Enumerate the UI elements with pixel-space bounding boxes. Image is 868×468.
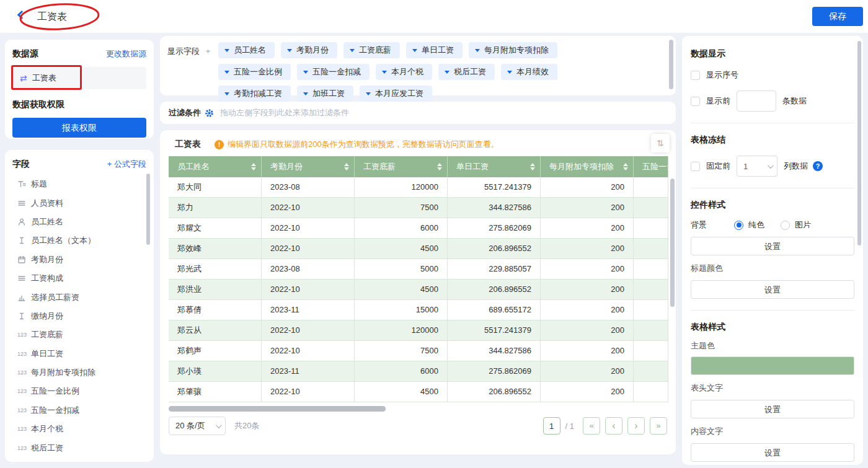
last-page-button[interactable]	[650, 417, 667, 435]
field-item[interactable]: 123本月个税	[12, 420, 146, 438]
display-field-chip[interactable]: 税后工资	[438, 64, 495, 80]
image-radio[interactable]	[781, 221, 790, 230]
solid-color-label: 纯色	[748, 219, 764, 231]
column-header[interactable]: 五险一金	[634, 156, 668, 177]
display-field-chip[interactable]: 加班工资	[297, 86, 353, 102]
freeze-checkbox[interactable]	[691, 162, 700, 171]
table-cell	[634, 280, 668, 300]
field-item[interactable]: 123五险一金扣减	[12, 401, 146, 420]
prev-page-button[interactable]	[605, 417, 622, 435]
display-field-chip[interactable]: 五险一金比例	[218, 64, 291, 80]
settings-scrollbar[interactable]	[857, 41, 861, 245]
field-label: 单日工资	[31, 348, 63, 360]
filter-bar[interactable]: 过滤条件 拖动左侧字段到此处来添加过滤条件	[160, 102, 676, 124]
display-field-chip[interactable]: 五险一金扣减	[297, 64, 370, 80]
table-cell: 275.862069	[448, 361, 541, 382]
table-row[interactable]: 郑洪业2022-104500206.896552200	[169, 280, 668, 300]
table-cell: 689.655172	[448, 300, 541, 320]
content-text-set-button[interactable]: 设置	[691, 443, 854, 462]
table-row[interactable]: 郑鹤声2022-107500344.827586200	[169, 341, 668, 361]
field-item[interactable]: 考勤月份	[12, 250, 146, 269]
page-size-select[interactable]: 20 条/页	[169, 417, 226, 435]
add-field-button[interactable]: +	[206, 46, 211, 56]
first-page-button[interactable]	[583, 417, 600, 435]
report-permission-button[interactable]: 报表权限	[12, 118, 146, 138]
theme-color-swatch[interactable]	[691, 356, 854, 375]
display-field-chip[interactable]: 每月附加专项扣除	[469, 42, 557, 58]
show-first-checkbox[interactable]	[691, 97, 700, 106]
column-header[interactable]: 考勤月份	[262, 156, 355, 177]
show-first-input[interactable]	[737, 91, 776, 112]
divider	[691, 123, 854, 123]
field-label: 工资底薪	[31, 329, 63, 340]
freeze-count-select[interactable]: 1	[737, 156, 777, 177]
chevron-down-icon	[366, 92, 371, 95]
field-item[interactable]: 缴纳月份	[12, 307, 146, 325]
table-horizontal-scrollbar[interactable]	[169, 406, 386, 412]
table-row[interactable]: 郑慕倩2023-1115000689.655172200	[169, 300, 668, 320]
change-datasource-link[interactable]: 更改数据源	[106, 48, 146, 60]
sort-icon[interactable]	[437, 163, 442, 170]
display-field-chip[interactable]: 本月应发工资	[360, 86, 432, 102]
display-field-chip[interactable]: 本月绩效	[501, 64, 557, 80]
display-field-chip[interactable]: 考勤扣减工资	[218, 86, 291, 102]
solid-color-radio[interactable]	[734, 221, 743, 230]
sort-icon[interactable]	[344, 163, 349, 170]
field-item[interactable]: 123工资底薪	[12, 325, 146, 344]
title-color-set-button[interactable]: 设置	[691, 280, 854, 299]
next-page-button[interactable]	[627, 417, 645, 435]
chip-label: 本月绩效	[516, 66, 549, 77]
table-row[interactable]: 郑肇骧2022-104500206.896552200	[169, 382, 668, 402]
formula-field-link[interactable]: + 公式字段	[107, 159, 146, 170]
warning-icon: !	[215, 140, 224, 149]
field-label: 标题	[31, 179, 47, 190]
table-row[interactable]: 郑效峰2022-104500206.896552200	[169, 239, 668, 259]
field-item[interactable]: 标题	[12, 175, 146, 193]
show-first-label: 显示前	[706, 95, 730, 107]
current-page-box[interactable]: 1	[543, 417, 560, 435]
display-field-chip[interactable]: 员工姓名	[218, 42, 275, 58]
table-row[interactable]: 郑力2022-107500344.827586200	[169, 198, 668, 218]
help-icon[interactable]: ?	[813, 161, 823, 171]
field-item[interactable]: 123单日工资	[12, 345, 146, 363]
chips-scrollbar[interactable]	[669, 40, 673, 89]
settings-panel: 数据显示 显示序号 显示前 条数据 表格冻结 固定前 1 列数据 ? 控件样式 …	[682, 36, 863, 465]
column-header[interactable]: 单日工资	[448, 156, 541, 177]
sort-icon[interactable]	[623, 163, 628, 170]
field-item[interactable]: 选择员工薪资	[12, 288, 146, 306]
save-button[interactable]: 保存	[812, 7, 863, 26]
header-text-set-button[interactable]: 设置	[691, 400, 854, 418]
background-set-button[interactable]: 设置	[691, 237, 854, 255]
table-row[interactable]: 郑耀文2022-106000275.862069200	[169, 218, 668, 239]
sort-icon[interactable]	[530, 163, 535, 170]
sort-order-icon[interactable]: ⇅	[651, 134, 670, 152]
display-field-chip[interactable]: 单日工资	[406, 42, 463, 58]
display-field-chip[interactable]: 考勤月份	[281, 42, 337, 58]
gear-icon[interactable]	[205, 108, 214, 118]
table-row[interactable]: 郑大同2023-081200005517.241379200	[169, 177, 668, 198]
fields-scrollbar[interactable]	[146, 174, 150, 245]
chevron-down-icon	[507, 71, 512, 74]
field-item[interactable]: 123每月附加专项扣除	[12, 363, 146, 382]
field-item[interactable]: 员工姓名	[12, 213, 146, 231]
back-icon[interactable]	[17, 11, 26, 19]
table-vertical-scrollbar[interactable]	[670, 179, 675, 307]
table-row[interactable]: 郑云从2022-101200005517.241379200	[169, 320, 668, 341]
table-row[interactable]: 郑光武2023-085000229.885057200	[169, 259, 668, 280]
field-item[interactable]: 员工姓名（文本）	[12, 231, 146, 250]
table-cell: 2023-08	[262, 177, 355, 198]
datasource-item[interactable]: ⇄ 工资表	[12, 67, 146, 89]
sort-icon[interactable]	[251, 163, 256, 170]
column-header[interactable]: 员工姓名	[169, 156, 262, 177]
column-header[interactable]: 每月附加专项扣除	[541, 156, 634, 177]
field-item[interactable]: 123五险一金比例	[12, 382, 146, 400]
display-field-chip[interactable]: 工资底薪	[343, 42, 400, 58]
display-field-chip[interactable]: 本月个税	[376, 64, 432, 80]
table-row[interactable]: 郑小瑛2023-116000275.862069200	[169, 361, 668, 382]
chip-label: 工资底薪	[359, 45, 391, 56]
field-item[interactable]: 工资构成	[12, 269, 146, 288]
field-item[interactable]: 123税后工资	[12, 438, 146, 457]
show-index-checkbox[interactable]	[691, 71, 700, 80]
field-item[interactable]: 人员资料	[12, 193, 146, 212]
column-header[interactable]: 工资底薪	[355, 156, 448, 177]
